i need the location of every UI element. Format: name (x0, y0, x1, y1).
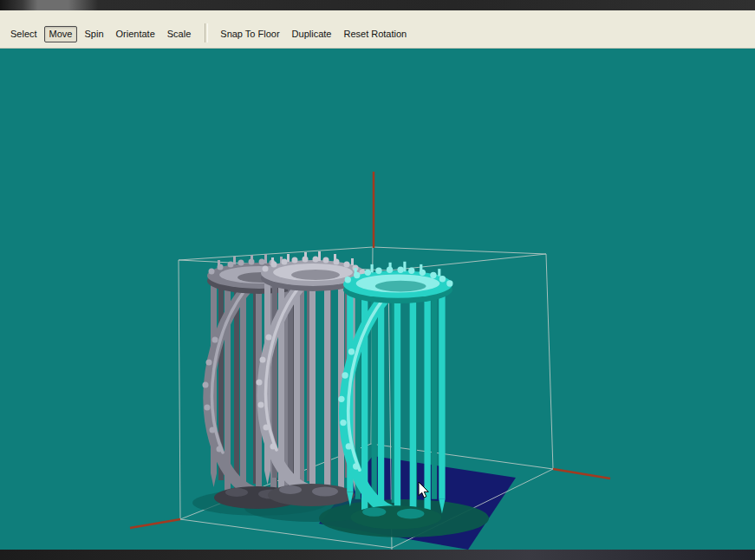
application-window: Select Move Spin Orientate Scale Snap To… (0, 0, 755, 560)
viewport-3d[interactable] (0, 49, 755, 550)
reset-rotation-button[interactable]: Reset Rotation (338, 26, 412, 42)
toolbar: Select Move Spin Orientate Scale Snap To… (0, 10, 755, 49)
duplicate-button[interactable]: Duplicate (287, 26, 337, 42)
x-axis (130, 519, 180, 528)
bottom-bar (0, 550, 755, 560)
scene-canvas[interactable] (0, 49, 755, 550)
y-axis (553, 469, 610, 479)
tool-move-button[interactable]: Move (44, 26, 78, 42)
title-bar (0, 0, 755, 10)
toolbar-separator (205, 23, 208, 42)
tool-spin-button[interactable]: Spin (79, 26, 108, 42)
tool-orientate-button[interactable]: Orientate (111, 26, 160, 42)
dental-model-3-selected[interactable] (338, 262, 452, 530)
snap-to-floor-button[interactable]: Snap To Floor (215, 26, 284, 42)
tool-scale-button[interactable]: Scale (162, 26, 197, 42)
tool-select-button[interactable]: Select (5, 26, 42, 42)
